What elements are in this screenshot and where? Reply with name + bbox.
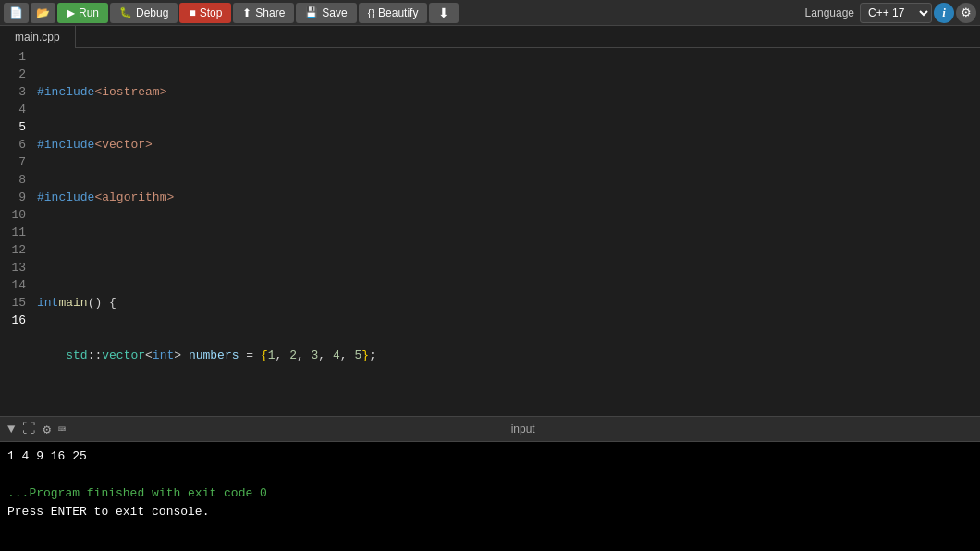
expand-icon[interactable]: ⛶ — [22, 422, 35, 436]
download-icon: ⬇ — [438, 6, 449, 20]
beautify-icon: {} — [368, 7, 374, 18]
line-num-4: 4 — [7, 101, 26, 118]
input-label: input — [511, 422, 535, 435]
stop-icon: ■ — [189, 6, 195, 19]
share-icon: ⬆ — [242, 6, 251, 19]
line-num-8: 8 — [7, 171, 26, 189]
code-line-1: #include <iostream> — [37, 83, 980, 101]
info-button[interactable]: i — [934, 3, 954, 23]
code-line-5: int main() { — [37, 294, 980, 312]
console-line-4: Press ENTER to exit console. — [7, 503, 973, 521]
stop-button[interactable]: ■ Stop — [179, 3, 231, 23]
code-line-6: std::vector<int> numbers = {1, 2, 3, 4, … — [37, 347, 980, 364]
line-num-6: 6 — [7, 136, 26, 153]
line-num-13: 13 — [7, 259, 26, 276]
line-num-10: 10 — [7, 206, 26, 224]
new-file-icon: 📄 — [9, 6, 23, 19]
settings-button[interactable]: ⚙ — [956, 3, 976, 23]
editor-area[interactable]: 1 2 3 4 5 6 7 8 9 10 11 12 13 14 15 16 #… — [0, 48, 980, 416]
line-num-15: 15 — [7, 294, 26, 312]
new-file-button[interactable]: 📄 — [4, 3, 29, 23]
panel-gear-icon[interactable]: ⚙ — [43, 422, 50, 437]
gear-icon: ⚙ — [961, 6, 972, 19]
download-button[interactable]: ⬇ — [429, 3, 459, 23]
line-num-1: 1 — [7, 48, 26, 66]
line-num-2: 2 — [7, 66, 26, 83]
line-num-9: 9 — [7, 189, 26, 206]
line-num-7: 7 — [7, 153, 26, 171]
chevron-down-icon[interactable]: ▼ — [7, 422, 15, 436]
language-label: Language — [805, 6, 854, 19]
code-editor[interactable]: #include <iostream> #include <vector> #i… — [33, 48, 980, 416]
play-icon: ▶ — [67, 6, 75, 19]
open-file-button[interactable]: 📂 — [31, 3, 55, 23]
code-line-2: #include <vector> — [37, 136, 980, 153]
save-icon: 💾 — [305, 6, 318, 18]
line-num-14: 14 — [7, 276, 26, 294]
info-icon: i — [942, 6, 946, 20]
console-output: 1 4 9 16 25 ...Program finished with exi… — [0, 442, 980, 551]
line-num-12: 12 — [7, 241, 26, 259]
line-num-11: 11 — [7, 224, 26, 241]
console-line-3: ...Program finished with exit code 0 — [7, 484, 973, 503]
save-button[interactable]: 💾 Save — [296, 3, 356, 23]
run-button[interactable]: ▶ Run — [57, 3, 108, 23]
console-line-1: 1 4 9 16 25 — [7, 447, 973, 466]
file-tab-main[interactable]: main.cpp — [0, 26, 76, 48]
code-line-7 — [37, 399, 980, 416]
code-line-4 — [37, 241, 980, 259]
console-line-2 — [7, 466, 973, 484]
beautify-button[interactable]: {} Beautify — [359, 3, 428, 23]
language-select[interactable]: C++ 17 C++ 14 C Java Python 3 — [860, 3, 932, 23]
debug-icon: 🐛 — [119, 6, 132, 18]
open-file-icon: 📂 — [36, 6, 50, 19]
toolbar: 📄 📂 ▶ Run 🐛 Debug ■ Stop ⬆ Share 💾 Save … — [0, 0, 980, 26]
line-num-16: 16 — [7, 312, 26, 329]
share-button[interactable]: ⬆ Share — [233, 3, 294, 23]
line-num-3: 3 — [7, 83, 26, 101]
line-num-5: 5 — [7, 118, 26, 136]
line-numbers: 1 2 3 4 5 6 7 8 9 10 11 12 13 14 15 16 — [0, 48, 33, 416]
terminal-icon[interactable]: ⌨ — [58, 422, 66, 437]
debug-button[interactable]: 🐛 Debug — [110, 3, 178, 23]
file-tab-bar: main.cpp — [0, 26, 980, 48]
panel-toolbar: ▼ ⛶ ⚙ ⌨ input — [0, 416, 980, 442]
code-line-3: #include <algorithm> — [37, 189, 980, 206]
